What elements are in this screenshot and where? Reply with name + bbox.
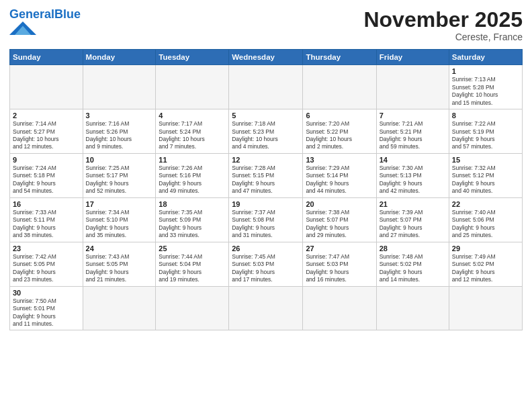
day-number: 25	[159, 244, 226, 253]
day-info: Sunrise: 7:17 AM Sunset: 5:24 PM Dayligh…	[159, 120, 226, 151]
day-number: 3	[86, 111, 153, 120]
table-row: 29Sunrise: 7:49 AM Sunset: 5:02 PM Dayli…	[449, 242, 522, 286]
day-number: 22	[452, 200, 519, 208]
day-info: Sunrise: 7:44 AM Sunset: 5:04 PM Dayligh…	[159, 253, 226, 284]
calendar-table: Sunday Monday Tuesday Wednesday Thursday…	[9, 49, 523, 330]
day-info: Sunrise: 7:13 AM Sunset: 5:28 PM Dayligh…	[452, 76, 519, 107]
day-info: Sunrise: 7:33 AM Sunset: 5:11 PM Dayligh…	[13, 209, 80, 240]
day-number: 2	[13, 111, 80, 120]
day-info: Sunrise: 7:24 AM Sunset: 5:18 PM Dayligh…	[13, 165, 80, 195]
table-row	[303, 65, 376, 109]
day-info: Sunrise: 7:21 AM Sunset: 5:21 PM Dayligh…	[380, 120, 446, 151]
day-number: 12	[232, 156, 300, 164]
day-info: Sunrise: 7:26 AM Sunset: 5:16 PM Dayligh…	[159, 165, 226, 195]
day-number: 29	[452, 244, 519, 253]
table-row	[376, 65, 449, 109]
logo: GeneralBlue	[9, 8, 81, 35]
table-row: 3Sunrise: 7:16 AM Sunset: 5:26 PM Daylig…	[83, 109, 156, 154]
table-row	[83, 286, 156, 330]
day-number: 15	[452, 156, 519, 164]
logo-blue: Blue	[54, 7, 81, 21]
day-number: 7	[380, 111, 446, 120]
day-info: Sunrise: 7:39 AM Sunset: 5:07 PM Dayligh…	[380, 209, 446, 240]
table-row: 25Sunrise: 7:44 AM Sunset: 5:04 PM Dayli…	[156, 242, 229, 286]
day-info: Sunrise: 7:28 AM Sunset: 5:15 PM Dayligh…	[232, 165, 300, 195]
col-saturday: Saturday	[449, 50, 522, 65]
header: GeneralBlue November 2025 Cereste, Franc…	[9, 8, 523, 42]
day-info: Sunrise: 7:30 AM Sunset: 5:13 PM Dayligh…	[380, 165, 446, 195]
table-row: 22Sunrise: 7:40 AM Sunset: 5:06 PM Dayli…	[449, 197, 522, 242]
day-number: 14	[380, 156, 446, 164]
table-row: 12Sunrise: 7:28 AM Sunset: 5:15 PM Dayli…	[229, 153, 303, 197]
table-row: 18Sunrise: 7:35 AM Sunset: 5:09 PM Dayli…	[156, 197, 229, 242]
calendar-header-row: Sunday Monday Tuesday Wednesday Thursday…	[10, 50, 523, 65]
table-row: 24Sunrise: 7:43 AM Sunset: 5:05 PM Dayli…	[83, 242, 156, 286]
day-info: Sunrise: 7:50 AM Sunset: 5:01 PM Dayligh…	[13, 298, 80, 328]
col-sunday: Sunday	[10, 50, 83, 65]
col-wednesday: Wednesday	[229, 50, 303, 65]
table-row: 13Sunrise: 7:29 AM Sunset: 5:14 PM Dayli…	[303, 153, 376, 197]
calendar-week-row: 16Sunrise: 7:33 AM Sunset: 5:11 PM Dayli…	[10, 197, 523, 242]
table-row: 6Sunrise: 7:20 AM Sunset: 5:22 PM Daylig…	[303, 109, 376, 154]
day-info: Sunrise: 7:48 AM Sunset: 5:02 PM Dayligh…	[380, 253, 446, 284]
location: Cereste, France	[363, 32, 523, 42]
table-row	[449, 286, 522, 330]
day-info: Sunrise: 7:16 AM Sunset: 5:26 PM Dayligh…	[86, 120, 153, 151]
day-number: 6	[306, 111, 373, 120]
col-thursday: Thursday	[303, 50, 376, 65]
day-info: Sunrise: 7:45 AM Sunset: 5:03 PM Dayligh…	[232, 253, 300, 284]
day-info: Sunrise: 7:34 AM Sunset: 5:10 PM Dayligh…	[86, 209, 153, 240]
table-row: 30Sunrise: 7:50 AM Sunset: 5:01 PM Dayli…	[10, 286, 83, 330]
day-info: Sunrise: 7:22 AM Sunset: 5:19 PM Dayligh…	[452, 120, 519, 151]
table-row: 17Sunrise: 7:34 AM Sunset: 5:10 PM Dayli…	[83, 197, 156, 242]
day-info: Sunrise: 7:38 AM Sunset: 5:07 PM Dayligh…	[306, 209, 373, 240]
day-info: Sunrise: 7:47 AM Sunset: 5:03 PM Dayligh…	[306, 253, 373, 284]
day-number: 26	[232, 244, 300, 253]
col-monday: Monday	[83, 50, 156, 65]
day-info: Sunrise: 7:37 AM Sunset: 5:08 PM Dayligh…	[232, 209, 300, 240]
day-number: 8	[452, 111, 519, 120]
calendar-week-row: 30Sunrise: 7:50 AM Sunset: 5:01 PM Dayli…	[10, 286, 523, 330]
table-row	[10, 65, 83, 109]
day-number: 13	[306, 156, 373, 164]
table-row: 15Sunrise: 7:32 AM Sunset: 5:12 PM Dayli…	[449, 153, 522, 197]
calendar-week-row: 23Sunrise: 7:42 AM Sunset: 5:05 PM Dayli…	[10, 242, 523, 286]
table-row: 5Sunrise: 7:18 AM Sunset: 5:23 PM Daylig…	[229, 109, 303, 154]
day-number: 9	[13, 156, 80, 164]
table-row: 8Sunrise: 7:22 AM Sunset: 5:19 PM Daylig…	[449, 109, 522, 154]
table-row: 1Sunrise: 7:13 AM Sunset: 5:28 PM Daylig…	[449, 65, 522, 109]
table-row: 26Sunrise: 7:45 AM Sunset: 5:03 PM Dayli…	[229, 242, 303, 286]
day-info: Sunrise: 7:29 AM Sunset: 5:14 PM Dayligh…	[306, 165, 373, 195]
day-number: 28	[380, 244, 446, 253]
day-number: 17	[86, 200, 153, 208]
day-info: Sunrise: 7:43 AM Sunset: 5:05 PM Dayligh…	[86, 253, 153, 284]
logo-general: General	[9, 7, 54, 21]
table-row: 11Sunrise: 7:26 AM Sunset: 5:16 PM Dayli…	[156, 153, 229, 197]
logo-text: GeneralBlue	[9, 8, 81, 20]
table-row	[229, 65, 303, 109]
day-info: Sunrise: 7:14 AM Sunset: 5:27 PM Dayligh…	[13, 120, 80, 151]
table-row: 4Sunrise: 7:17 AM Sunset: 5:24 PM Daylig…	[156, 109, 229, 154]
table-row: 14Sunrise: 7:30 AM Sunset: 5:13 PM Dayli…	[376, 153, 449, 197]
table-row	[303, 286, 376, 330]
day-number: 23	[13, 244, 80, 253]
title-block: November 2025 Cereste, France	[363, 8, 523, 42]
table-row	[229, 286, 303, 330]
table-row: 16Sunrise: 7:33 AM Sunset: 5:11 PM Dayli…	[10, 197, 83, 242]
col-tuesday: Tuesday	[156, 50, 229, 65]
day-number: 1	[452, 67, 519, 75]
day-info: Sunrise: 7:35 AM Sunset: 5:09 PM Dayligh…	[159, 209, 226, 240]
day-number: 10	[86, 156, 153, 164]
table-row: 9Sunrise: 7:24 AM Sunset: 5:18 PM Daylig…	[10, 153, 83, 197]
day-info: Sunrise: 7:18 AM Sunset: 5:23 PM Dayligh…	[232, 120, 300, 151]
day-number: 5	[232, 111, 300, 120]
table-row	[376, 286, 449, 330]
table-row	[156, 286, 229, 330]
day-number: 4	[159, 111, 226, 120]
table-row: 23Sunrise: 7:42 AM Sunset: 5:05 PM Dayli…	[10, 242, 83, 286]
calendar-week-row: 9Sunrise: 7:24 AM Sunset: 5:18 PM Daylig…	[10, 153, 523, 197]
table-row: 21Sunrise: 7:39 AM Sunset: 5:07 PM Dayli…	[376, 197, 449, 242]
day-number: 19	[232, 200, 300, 208]
day-number: 18	[159, 200, 226, 208]
day-info: Sunrise: 7:20 AM Sunset: 5:22 PM Dayligh…	[306, 120, 373, 151]
